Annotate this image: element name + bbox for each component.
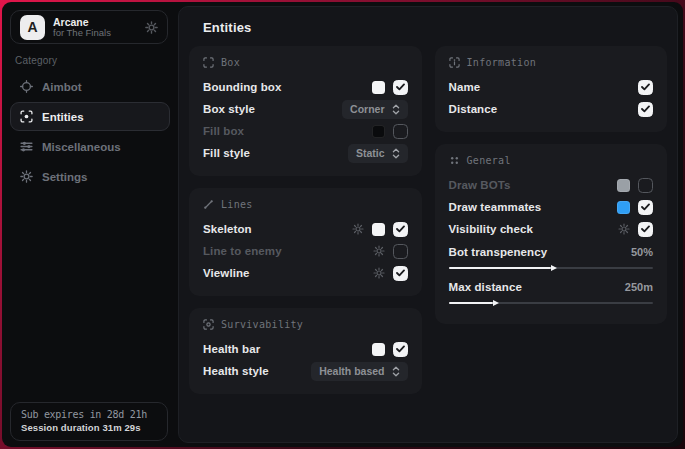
name-row: Name — [449, 76, 654, 98]
lines-card-header: Lines — [203, 199, 408, 210]
visibility-check-config-gear-icon[interactable] — [618, 223, 630, 235]
gear-icon — [20, 170, 33, 183]
skeleton-checkbox[interactable] — [393, 222, 408, 237]
page-title: Entities — [179, 7, 677, 46]
general-card: General Draw BOTs Draw teammates — [435, 144, 668, 324]
right-column: Information Name Distance — [435, 46, 668, 406]
sidebar-item-settings[interactable]: Settings — [10, 162, 170, 191]
information-card-header: Information — [449, 57, 654, 68]
slider-fill — [449, 267, 551, 269]
draw-teammates-checkbox[interactable] — [638, 200, 653, 215]
visibility-check-checkbox[interactable] — [638, 222, 653, 237]
sidebar-item-label: Miscellaneous — [42, 141, 121, 153]
app-name: Arcane — [53, 16, 137, 28]
sidebar-item-label: Aimbot — [42, 81, 82, 93]
box-card-header: Box — [203, 57, 408, 68]
draw-bots-label: Draw BOTs — [449, 179, 511, 191]
draw-bots-row: Draw BOTs — [449, 174, 654, 196]
health-bar-checkbox[interactable] — [393, 342, 408, 357]
app-logo: A — [20, 15, 45, 40]
line-to-enemy-checkbox[interactable] — [393, 244, 408, 259]
corner-brackets-icon — [203, 57, 214, 68]
health-bar-label: Health bar — [203, 343, 260, 355]
draw-teammates-color-swatch[interactable] — [617, 201, 630, 214]
visibility-check-row: Visibility check — [449, 218, 654, 240]
fill-box-label: Fill box — [203, 125, 244, 137]
max-distance-label: Max distance — [449, 281, 522, 293]
skeleton-config-gear-icon[interactable] — [352, 223, 364, 235]
visibility-check-label: Visibility check — [449, 223, 534, 235]
scan-circle-icon — [203, 319, 214, 330]
fill-style-label: Fill style — [203, 147, 250, 159]
bot-transparency-label: Bot transpenency — [449, 246, 548, 258]
viewline-checkbox[interactable] — [393, 266, 408, 281]
box-style-dropdown[interactable]: Corner — [342, 100, 407, 119]
sliders-icon — [20, 140, 33, 153]
health-style-dropdown[interactable]: Health based — [311, 362, 407, 381]
bounding-box-checkbox[interactable] — [393, 80, 408, 95]
app-window: A Arcane for The Finals Category Aimbot — [2, 2, 683, 447]
fill-style-dropdown[interactable]: Static — [348, 144, 408, 163]
app-settings-gear-icon[interactable] — [145, 21, 158, 34]
survivability-card: Survivability Health bar Health style — [189, 308, 422, 394]
max-distance-value: 250m — [625, 281, 653, 293]
sidebar-item-miscellaneous[interactable]: Miscellaneous — [10, 132, 170, 161]
info-scan-icon — [449, 57, 460, 68]
fill-box-checkbox[interactable] — [393, 124, 408, 139]
skeleton-row: Skeleton — [203, 218, 408, 240]
skeleton-color-swatch[interactable] — [372, 223, 385, 236]
draw-bots-checkbox[interactable] — [638, 178, 653, 193]
bot-transparency-head: Bot transpenency 50% — [449, 242, 654, 262]
chevron-up-down-icon — [392, 366, 400, 377]
entities-scan-icon — [20, 110, 33, 123]
slider-fill — [449, 302, 494, 304]
draw-teammates-row: Draw teammates — [449, 196, 654, 218]
sidebar-item-aimbot[interactable]: Aimbot — [10, 72, 170, 101]
slider-thumb[interactable] — [551, 265, 557, 271]
box-card-title: Box — [221, 57, 240, 68]
sidebar-nav: Aimbot Entities Miscellaneous — [10, 72, 170, 191]
diagonal-line-icon — [203, 199, 214, 210]
skeleton-label: Skeleton — [203, 223, 252, 235]
draw-teammates-label: Draw teammates — [449, 201, 542, 213]
sidebar-item-label: Settings — [42, 171, 87, 183]
max-distance-slider[interactable] — [449, 302, 654, 304]
bounding-box-color-swatch[interactable] — [372, 81, 385, 94]
left-column: Box Bounding box Box style — [189, 46, 422, 406]
name-label: Name — [449, 81, 481, 93]
line-to-enemy-config-gear-icon[interactable] — [373, 245, 385, 257]
draw-bots-color-swatch[interactable] — [617, 179, 630, 192]
name-checkbox[interactable] — [638, 80, 653, 95]
survivability-card-header: Survivability — [203, 319, 408, 330]
lines-card-title: Lines — [221, 199, 253, 210]
box-style-label: Box style — [203, 103, 255, 115]
app-meta: Arcane for The Finals — [53, 16, 137, 39]
health-bar-row: Health bar — [203, 338, 408, 360]
line-to-enemy-row: Line to enemy — [203, 240, 408, 262]
grid-dots-icon — [449, 155, 460, 166]
fill-box-color-swatch[interactable] — [372, 125, 385, 138]
bounding-box-row: Bounding box — [203, 76, 408, 98]
fill-style-value: Static — [356, 147, 385, 159]
bot-transparency-slider[interactable] — [449, 267, 654, 269]
box-style-value: Corner — [350, 103, 384, 115]
chevron-up-down-icon — [392, 104, 400, 115]
sub-expiry-text: Sub expires in 28d 21h — [21, 409, 157, 420]
category-label: Category — [15, 55, 57, 66]
screen-background: A Arcane for The Finals Category Aimbot — [0, 0, 685, 449]
viewline-config-gear-icon[interactable] — [373, 267, 385, 279]
app-subtitle: for The Finals — [53, 28, 137, 39]
health-bar-color-swatch[interactable] — [372, 343, 385, 356]
information-card: Information Name Distance — [435, 46, 668, 132]
box-card: Box Bounding box Box style — [189, 46, 422, 176]
survivability-card-title: Survivability — [221, 319, 303, 330]
session-duration-text: Session duration 31m 29s — [21, 422, 157, 433]
bot-transparency-value: 50% — [631, 246, 653, 258]
subscription-info-card: Sub expires in 28d 21h Session duration … — [10, 402, 168, 441]
health-style-value: Health based — [319, 365, 384, 377]
slider-thumb[interactable] — [493, 300, 499, 306]
sidebar-item-entities[interactable]: Entities — [10, 102, 170, 131]
distance-checkbox[interactable] — [638, 102, 653, 117]
fill-style-row: Fill style Static — [203, 142, 408, 164]
app-header-card: A Arcane for The Finals — [10, 10, 168, 44]
